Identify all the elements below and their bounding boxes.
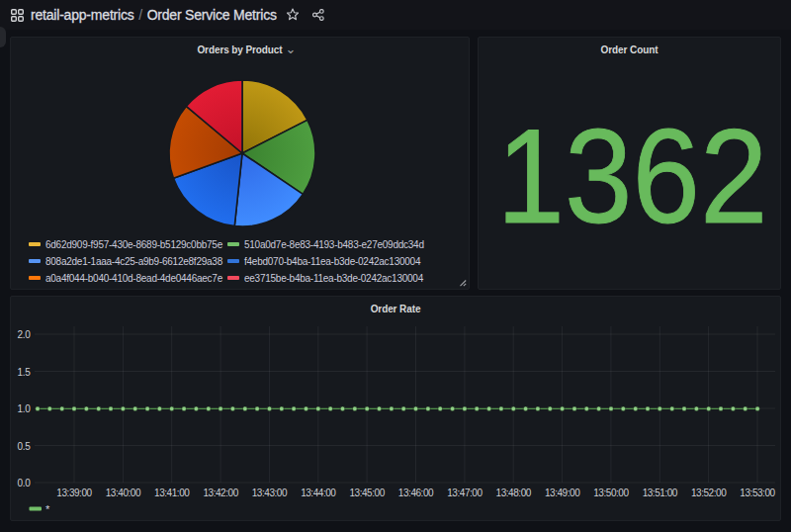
svg-text:13:52:00: 13:52:00 — [691, 488, 727, 498]
svg-text:13:46:00: 13:46:00 — [398, 488, 434, 498]
svg-text:13:53:00: 13:53:00 — [740, 488, 775, 498]
svg-text:13:47:00: 13:47:00 — [447, 488, 483, 498]
svg-text:13:39:00: 13:39:00 — [56, 488, 92, 498]
svg-text:*: * — [45, 503, 50, 515]
svg-text:13:51:00: 13:51:00 — [643, 488, 678, 498]
svg-text:13:44:00: 13:44:00 — [301, 488, 336, 498]
svg-text:13:40:00: 13:40:00 — [106, 488, 141, 498]
svg-text:13:42:00: 13:42:00 — [203, 488, 238, 498]
svg-text:13:41:00: 13:41:00 — [154, 488, 190, 498]
svg-text:13:43:00: 13:43:00 — [252, 488, 288, 498]
svg-text:13:45:00: 13:45:00 — [349, 488, 385, 498]
svg-text:1.0: 1.0 — [17, 403, 31, 414]
svg-text:13:50:00: 13:50:00 — [593, 488, 629, 498]
svg-text:1.5: 1.5 — [17, 367, 31, 378]
svg-text:2.0: 2.0 — [17, 329, 31, 340]
svg-text:0.0: 0.0 — [17, 478, 31, 488]
svg-text:13:49:00: 13:49:00 — [545, 488, 580, 498]
svg-text:0.5: 0.5 — [17, 441, 31, 452]
svg-text:13:48:00: 13:48:00 — [496, 488, 532, 498]
